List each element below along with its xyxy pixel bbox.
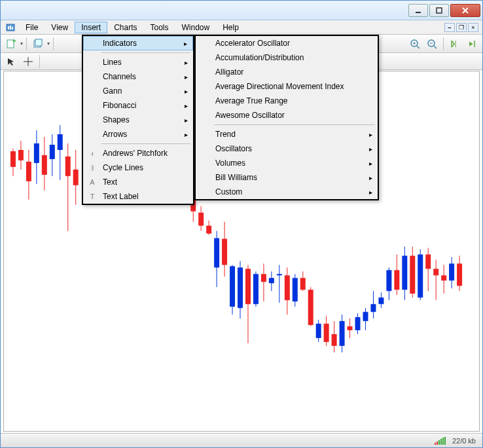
svg-rect-1 bbox=[437, 8, 442, 13]
menubar: File View Insert Charts Tools Window Hel… bbox=[1, 20, 482, 35]
pitchfork-icon: ⫞ bbox=[87, 148, 98, 159]
svg-rect-58 bbox=[245, 269, 251, 304]
svg-rect-56 bbox=[238, 267, 243, 308]
cycle-lines-icon: ⦀ bbox=[87, 162, 98, 173]
indicator-atr[interactable]: Average True Range bbox=[196, 94, 378, 108]
menu-file[interactable]: File bbox=[19, 22, 45, 33]
menu-charts[interactable]: Charts bbox=[107, 22, 143, 33]
svg-rect-26 bbox=[10, 151, 16, 167]
svg-rect-62 bbox=[261, 274, 266, 282]
svg-rect-78 bbox=[324, 324, 329, 342]
menu-help[interactable]: Help bbox=[216, 22, 245, 33]
svg-line-17 bbox=[434, 46, 437, 48]
svg-rect-102 bbox=[418, 254, 423, 297]
svg-text:+: + bbox=[12, 39, 16, 45]
svg-rect-32 bbox=[34, 143, 39, 163]
svg-rect-106 bbox=[433, 269, 438, 275]
indicators-dropdown: Accelerator Oscillator Accumulation/Dist… bbox=[194, 35, 379, 200]
svg-rect-34 bbox=[42, 155, 47, 175]
svg-rect-50 bbox=[214, 238, 219, 268]
svg-rect-100 bbox=[410, 255, 415, 293]
text-icon: A bbox=[87, 177, 98, 187]
svg-rect-38 bbox=[58, 134, 63, 150]
menu-gann[interactable]: Gann bbox=[83, 84, 193, 98]
menu-text[interactable]: AText bbox=[83, 175, 193, 189]
svg-rect-76 bbox=[316, 324, 321, 338]
svg-rect-66 bbox=[277, 274, 282, 275]
svg-rect-36 bbox=[50, 145, 55, 159]
indicator-trend[interactable]: Trend bbox=[196, 127, 378, 141]
text-label-icon: T bbox=[87, 191, 98, 202]
svg-marker-22 bbox=[8, 58, 14, 65]
menu-view[interactable]: View bbox=[45, 22, 75, 33]
menu-arrows[interactable]: Arrows bbox=[83, 127, 193, 141]
indicator-volumes[interactable]: Volumes bbox=[196, 156, 378, 170]
svg-rect-104 bbox=[425, 254, 431, 269]
profiles-button[interactable] bbox=[30, 37, 46, 51]
indicator-adx[interactable]: Average Directional Movement Index bbox=[196, 79, 378, 94]
close-button[interactable] bbox=[450, 4, 480, 17]
svg-rect-48 bbox=[206, 226, 211, 234]
connection-status: 22/0 kb bbox=[452, 437, 476, 445]
auto-scroll-button[interactable] bbox=[464, 37, 480, 51]
menu-andrews-pitchfork[interactable]: ⫞Andrews' Pitchfork bbox=[83, 146, 193, 160]
svg-rect-5 bbox=[8, 26, 9, 29]
dropdown-arrow-icon[interactable]: ▾ bbox=[20, 41, 23, 47]
statusbar: 22/0 kb bbox=[1, 433, 482, 447]
app-icon bbox=[5, 22, 16, 33]
svg-rect-42 bbox=[73, 170, 79, 185]
mdi-close-button[interactable]: × bbox=[468, 23, 478, 32]
indicator-awesome[interactable]: Awesome Oscillator bbox=[196, 108, 378, 122]
app-window: File View Insert Charts Tools Window Hel… bbox=[0, 0, 483, 448]
indicator-custom[interactable]: Custom bbox=[196, 185, 378, 199]
indicator-oscillators[interactable]: Oscillators bbox=[196, 141, 378, 156]
mdi-restore-button[interactable]: ❐ bbox=[456, 23, 467, 32]
svg-rect-60 bbox=[253, 274, 259, 304]
svg-rect-84 bbox=[348, 326, 353, 330]
svg-rect-46 bbox=[198, 213, 204, 226]
svg-rect-94 bbox=[386, 270, 391, 291]
svg-rect-108 bbox=[441, 275, 446, 280]
svg-rect-90 bbox=[370, 304, 376, 312]
svg-rect-11 bbox=[35, 39, 42, 46]
svg-rect-52 bbox=[222, 239, 227, 265]
indicator-accelerator[interactable]: Accelerator Oscillator bbox=[196, 36, 378, 50]
mdi-controls: ‒ ❐ × bbox=[444, 23, 481, 32]
menu-shapes[interactable]: Shapes bbox=[83, 113, 193, 127]
cursor-button[interactable] bbox=[3, 54, 19, 69]
titlebar bbox=[1, 1, 482, 20]
connection-bars-icon bbox=[435, 437, 446, 445]
svg-line-13 bbox=[417, 46, 420, 48]
svg-rect-68 bbox=[285, 275, 290, 300]
svg-rect-30 bbox=[26, 162, 31, 181]
maximize-button[interactable] bbox=[429, 4, 449, 17]
zoom-out-button[interactable] bbox=[424, 37, 440, 51]
menu-insert[interactable]: Insert bbox=[75, 22, 107, 33]
menu-cycle-lines[interactable]: ⦀Cycle Lines bbox=[83, 160, 193, 175]
menu-fibonacci[interactable]: Fibonacci bbox=[83, 98, 193, 113]
svg-rect-74 bbox=[308, 289, 313, 325]
new-chart-button[interactable]: + bbox=[3, 37, 19, 51]
zoom-in-button[interactable] bbox=[407, 37, 423, 51]
chart-shift-button[interactable] bbox=[447, 37, 463, 51]
menu-channels[interactable]: Channels bbox=[83, 69, 193, 84]
minimize-button[interactable] bbox=[408, 4, 428, 17]
dropdown-arrow-icon[interactable]: ▾ bbox=[47, 41, 50, 47]
indicator-bill-williams[interactable]: Bill Williams bbox=[196, 170, 378, 185]
mdi-minimize-button[interactable]: ‒ bbox=[444, 23, 455, 32]
svg-rect-98 bbox=[402, 255, 407, 289]
indicator-accumulation[interactable]: Accumulation/Distribution bbox=[196, 50, 378, 65]
svg-rect-7 bbox=[12, 27, 13, 29]
svg-rect-92 bbox=[378, 297, 384, 304]
menu-window[interactable]: Window bbox=[175, 22, 217, 33]
svg-rect-88 bbox=[363, 312, 368, 321]
menu-indicators[interactable]: Indicators bbox=[83, 36, 193, 50]
indicator-alligator[interactable]: Alligator bbox=[196, 65, 378, 79]
svg-rect-40 bbox=[65, 157, 71, 176]
menu-tools[interactable]: Tools bbox=[144, 22, 175, 33]
menu-text-label[interactable]: TText Label bbox=[83, 189, 193, 204]
crosshair-button[interactable] bbox=[20, 54, 36, 69]
svg-rect-96 bbox=[394, 270, 399, 289]
svg-rect-82 bbox=[340, 321, 345, 346]
menu-lines[interactable]: Lines bbox=[83, 55, 193, 69]
